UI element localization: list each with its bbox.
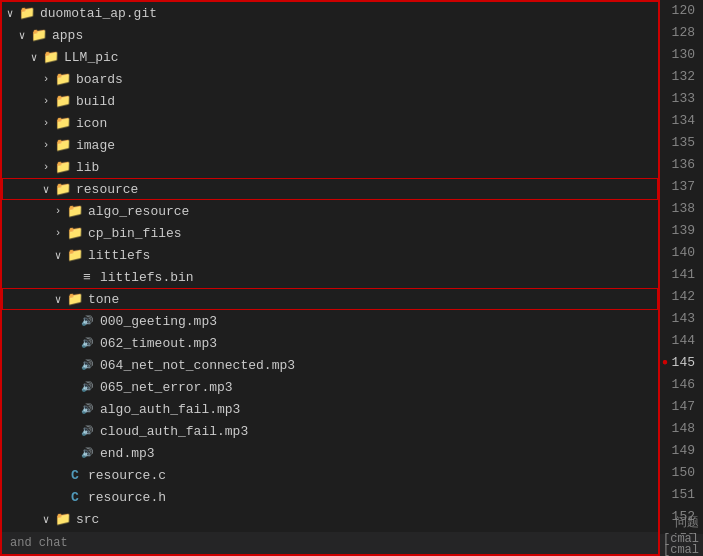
folder-arrow[interactable]: ∨	[50, 249, 66, 262]
line-number-136: 136	[660, 154, 703, 176]
folder-icon: 📁	[54, 181, 72, 197]
line-number-133: 133	[660, 88, 703, 110]
file-explorer: ∨📁duomotai_ap.git∨📁apps∨📁LLM_pic›📁boards…	[0, 0, 660, 556]
folder-icon: 📁	[54, 511, 72, 527]
line-number-135: 135	[660, 132, 703, 154]
breakpoint-dot: ●	[662, 352, 668, 374]
line-number-143: 143	[660, 308, 703, 330]
item-label: resource.c	[88, 468, 166, 483]
tree-item-lib[interactable]: ›📁lib	[2, 156, 658, 178]
item-label: algo_resource	[88, 204, 189, 219]
tree-item-icon[interactable]: ›📁icon	[2, 112, 658, 134]
tree-item-boards[interactable]: ›📁boards	[2, 68, 658, 90]
folder-arrow[interactable]: ›	[38, 117, 54, 129]
folder-arrow[interactable]: ∨	[50, 293, 66, 306]
tree-item-000_geeting[interactable]: ›🔊000_geeting.mp3	[2, 310, 658, 332]
audio-icon: 🔊	[78, 381, 96, 393]
folder-arrow[interactable]: ∨	[38, 513, 54, 526]
c-file-icon: C	[66, 490, 84, 505]
audio-icon: 🔊	[78, 425, 96, 437]
tree-item-build[interactable]: ›📁build	[2, 90, 658, 112]
tree-item-resource[interactable]: ∨📁resource	[2, 178, 658, 200]
folder-arrow[interactable]: ›	[50, 205, 66, 217]
tree-item-image[interactable]: ›📁image	[2, 134, 658, 156]
tree-item-cp_bin_files[interactable]: ›📁cp_bin_files	[2, 222, 658, 244]
item-label: tone	[88, 292, 119, 307]
item-label: 000_geeting.mp3	[100, 314, 217, 329]
folder-icon: 📁	[66, 247, 84, 263]
item-label: build	[76, 94, 115, 109]
folder-arrow[interactable]: ∨	[38, 183, 54, 196]
line-number-149: 149	[660, 440, 703, 462]
folder-icon: 📁	[54, 71, 72, 87]
folder-arrow[interactable]: ›	[38, 139, 54, 151]
tree-item-littlefs_bin[interactable]: ›≡littlefs.bin	[2, 266, 658, 288]
bottom-hint: and chat	[2, 532, 658, 554]
item-label: 064_net_not_connected.mp3	[100, 358, 295, 373]
item-label: icon	[76, 116, 107, 131]
item-label: 062_timeout.mp3	[100, 336, 217, 351]
item-label: littlefs.bin	[100, 270, 194, 285]
tree-item-root[interactable]: ∨📁duomotai_ap.git	[2, 2, 658, 24]
line-number-137: 137	[660, 176, 703, 198]
folder-arrow[interactable]: ›	[50, 227, 66, 239]
item-label: src	[76, 512, 99, 527]
line-number-140: 140	[660, 242, 703, 264]
folder-arrow[interactable]: ∨	[14, 29, 30, 42]
bottom-right-labels: [cmal [cmal	[660, 534, 703, 556]
bottom-right-label1: 问题	[660, 512, 703, 534]
line-number-142: 142	[660, 286, 703, 308]
tree-item-065_net_error[interactable]: ›🔊065_net_error.mp3	[2, 376, 658, 398]
folder-arrow[interactable]: ∨	[2, 7, 18, 20]
folder-icon: 📁	[66, 291, 84, 307]
folder-arrow[interactable]: ›	[38, 161, 54, 173]
line-number-148: 148	[660, 418, 703, 440]
item-label: image	[76, 138, 115, 153]
audio-icon: 🔊	[78, 359, 96, 371]
folder-arrow[interactable]: ∨	[26, 51, 42, 64]
audio-icon: 🔊	[78, 403, 96, 415]
line-number-120: 120	[660, 0, 703, 22]
bottom-hint-text: and chat	[10, 536, 68, 550]
tree-item-littlefs[interactable]: ∨📁littlefs	[2, 244, 658, 266]
folder-arrow[interactable]: ›	[38, 73, 54, 85]
line-number-151: 151	[660, 484, 703, 506]
line-number-145: ●145	[660, 352, 703, 374]
line-number-144: 144	[660, 330, 703, 352]
tree-item-apps[interactable]: ∨📁apps	[2, 24, 658, 46]
tree-item-064_net_not_connected[interactable]: ›🔊064_net_not_connected.mp3	[2, 354, 658, 376]
item-label: 065_net_error.mp3	[100, 380, 233, 395]
folder-icon: 📁	[66, 203, 84, 219]
bin-icon: ≡	[78, 270, 96, 285]
tree-item-tone[interactable]: ∨📁tone	[2, 288, 658, 310]
tree-item-cloud_auth_fail[interactable]: ›🔊cloud_auth_fail.mp3	[2, 420, 658, 442]
tree-item-src[interactable]: ∨📁src	[2, 508, 658, 530]
tree-item-algo_resource[interactable]: ›📁algo_resource	[2, 200, 658, 222]
folder-icon: 📁	[54, 93, 72, 109]
audio-icon: 🔊	[78, 447, 96, 459]
audio-icon: 🔊	[78, 337, 96, 349]
folder-icon: 📁	[54, 137, 72, 153]
line-number-132: 132	[660, 66, 703, 88]
tree-item-resource_h[interactable]: ›Cresource.h	[2, 486, 658, 508]
tree-item-resource_c[interactable]: ›Cresource.c	[2, 464, 658, 486]
line-number-130: 130	[660, 44, 703, 66]
line-number-128: 128	[660, 22, 703, 44]
line-numbers-panel: 1201281301321331341351361371381391401411…	[660, 0, 703, 556]
line-number-146: 146	[660, 374, 703, 396]
folder-arrow[interactable]: ›	[38, 95, 54, 107]
folder-icon: 📁	[18, 5, 36, 21]
line-number-147: 147	[660, 396, 703, 418]
item-label: end.mp3	[100, 446, 155, 461]
tree-item-LLM_pic[interactable]: ∨📁LLM_pic	[2, 46, 658, 68]
tree-item-end[interactable]: ›🔊end.mp3	[2, 442, 658, 464]
line-number-150: 150	[660, 462, 703, 484]
tree-item-062_timeout[interactable]: ›🔊062_timeout.mp3	[2, 332, 658, 354]
item-label: LLM_pic	[64, 50, 119, 65]
tree-item-algo_auth_fail[interactable]: ›🔊algo_auth_fail.mp3	[2, 398, 658, 420]
line-number-138: 138	[660, 198, 703, 220]
folder-icon: 📁	[42, 49, 60, 65]
item-label: littlefs	[88, 248, 150, 263]
c-file-icon: C	[66, 468, 84, 483]
item-label: apps	[52, 28, 83, 43]
